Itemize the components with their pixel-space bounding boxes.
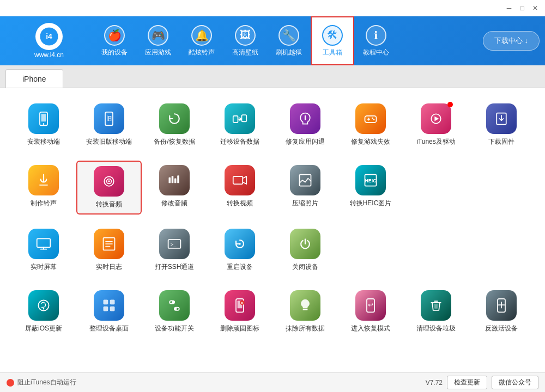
tool-item-make-ringtone[interactable]: 制作铃声 bbox=[11, 161, 76, 215]
logo-icon: i4 bbox=[39, 27, 59, 46]
tool-icon-shutdown-device bbox=[290, 229, 320, 259]
tool-item-clean-junk[interactable]: 清理设备垃圾 bbox=[403, 286, 469, 338]
wechat-button[interactable]: 微信公众号 bbox=[492, 376, 538, 389]
nav-item-jailbreak[interactable]: 🔧刷机越狱 bbox=[267, 16, 311, 65]
tool-icon-itunes-driver bbox=[421, 103, 451, 134]
tool-item-modify-audio[interactable]: 修改音频 bbox=[142, 161, 207, 215]
tool-label-erase-all: 抹除所有数据 bbox=[286, 324, 325, 333]
tool-item-convert-video[interactable]: 转换视频 bbox=[207, 161, 272, 215]
svg-point-40 bbox=[239, 243, 241, 245]
empty-cell bbox=[469, 161, 534, 215]
tool-icon-install-old-app: 旧 bbox=[94, 103, 124, 134]
tool-item-fix-game[interactable]: 修复游戏失效 bbox=[338, 99, 403, 151]
svg-rect-44 bbox=[110, 300, 115, 305]
version-text: V7.72 bbox=[426, 379, 443, 387]
tool-item-organize-desktop[interactable]: 整理设备桌面 bbox=[76, 286, 142, 338]
tool-label-install-old-app: 安装旧版移动端 bbox=[86, 137, 132, 146]
tool-icon-install-app bbox=[28, 103, 59, 134]
tool-item-block-ios-update[interactable]: 屏蔽iOS更新 bbox=[11, 286, 76, 338]
title-bar: ─ □ ✕ bbox=[0, 0, 545, 16]
tool-item-migrate-data[interactable]: 迁移设备数据 bbox=[207, 99, 272, 151]
tool-icon-delete-stubborn: × bbox=[225, 290, 255, 321]
tool-label-compress-photo: 压缩照片 bbox=[292, 199, 318, 208]
logo-area[interactable]: i4 www.i4.cn bbox=[5, 23, 93, 59]
svg-text:HEIC: HEIC bbox=[365, 178, 377, 183]
stop-itunes-text: 阻止iTunes自动运行 bbox=[17, 378, 76, 387]
tool-item-compress-photo[interactable]: 压缩照片 bbox=[272, 161, 338, 215]
nav-label-ringtone: 酷炫铃声 bbox=[189, 48, 215, 57]
tool-label-clean-junk: 清理设备垃圾 bbox=[416, 324, 456, 333]
svg-rect-3 bbox=[41, 114, 46, 121]
download-center-button[interactable]: 下载中心 ↓ bbox=[483, 31, 540, 51]
tool-label-install-app: 安装移动端 bbox=[27, 137, 60, 146]
svg-rect-24 bbox=[172, 176, 174, 183]
tool-item-convert-audio[interactable]: 转换音频 bbox=[76, 161, 142, 215]
nav-icon-ringtone: 🔔 bbox=[191, 25, 212, 46]
minimize-button[interactable]: ─ bbox=[504, 3, 514, 14]
tool-icon-fix-game bbox=[355, 103, 386, 134]
nav-icon-my-device: 🍎 bbox=[104, 25, 125, 46]
tool-item-recovery-mode[interactable]: ↩进入恢复模式 bbox=[338, 286, 403, 338]
svg-rect-23 bbox=[169, 177, 171, 183]
nav-item-my-device[interactable]: 🍎我的设备 bbox=[93, 16, 136, 65]
tool-label-itunes-driver: iTunes及驱动 bbox=[416, 137, 456, 146]
bottom-bar: 阻止iTunes自动运行 V7.72 检查更新 微信公众号 bbox=[0, 372, 545, 392]
tool-icon-device-func bbox=[159, 290, 190, 321]
tool-icon-block-ios-update bbox=[28, 290, 59, 321]
tool-item-fix-app-crash[interactable]: 修复应用闪退 bbox=[272, 99, 338, 151]
nav-item-wallpaper[interactable]: 🖼高清壁纸 bbox=[223, 16, 267, 65]
svg-rect-45 bbox=[104, 307, 108, 311]
tool-item-install-app[interactable]: 安装移动端 bbox=[11, 99, 76, 151]
tool-item-reboot-device[interactable]: 重启设备 bbox=[207, 224, 272, 276]
nav-icon-wallpaper: 🖼 bbox=[235, 25, 256, 46]
close-button[interactable]: ✕ bbox=[530, 3, 541, 14]
empty-cell bbox=[403, 161, 469, 215]
nav-item-ringtone[interactable]: 🔔酷炫铃声 bbox=[180, 16, 223, 65]
svg-point-49 bbox=[172, 301, 175, 303]
nav-icon-tutorial: ℹ bbox=[366, 25, 386, 46]
nav-item-app-game[interactable]: 🎮应用游戏 bbox=[136, 16, 180, 65]
tool-label-recovery-mode: 进入恢复模式 bbox=[351, 324, 390, 333]
header-right: 下载中心 ↓ bbox=[483, 31, 540, 51]
nav-item-toolbox[interactable]: 🛠工具箱 bbox=[311, 16, 354, 65]
tool-item-download-fw[interactable]: 下载固件 bbox=[469, 99, 534, 151]
svg-point-13 bbox=[372, 118, 373, 119]
tool-item-deactivate[interactable]: 反激活设备 bbox=[469, 286, 534, 338]
maximize-button[interactable]: □ bbox=[517, 3, 528, 14]
tool-item-delete-stubborn[interactable]: ×删除顽固图标 bbox=[207, 286, 272, 338]
tool-item-device-func[interactable]: 设备功能开关 bbox=[142, 286, 207, 338]
tool-item-open-ssh[interactable]: >_打开SSH通道 bbox=[142, 224, 207, 276]
tool-item-realtime-log[interactable]: 实时日志 bbox=[76, 224, 142, 276]
svg-text:>_: >_ bbox=[171, 242, 177, 247]
check-update-button[interactable]: 检查更新 bbox=[447, 376, 487, 389]
tool-icon-realtime-log bbox=[94, 229, 124, 259]
svg-rect-31 bbox=[37, 238, 51, 247]
svg-rect-46 bbox=[110, 307, 115, 311]
tool-item-convert-heic[interactable]: HEIC转换HEIC图片 bbox=[338, 161, 403, 215]
tab-bar: iPhone bbox=[0, 65, 545, 88]
nav-label-app-game: 应用游戏 bbox=[145, 48, 171, 57]
tool-icon-fix-app-crash bbox=[290, 103, 320, 134]
section-divider-1 bbox=[11, 220, 534, 224]
bottom-right: V7.72 检查更新 微信公众号 bbox=[426, 376, 538, 389]
svg-rect-25 bbox=[174, 179, 177, 183]
tool-icon-convert-audio bbox=[94, 166, 124, 197]
logo-circle: i4 bbox=[35, 23, 63, 50]
tool-label-device-func: 设备功能开关 bbox=[155, 324, 194, 333]
tool-icon-reboot-device bbox=[225, 229, 255, 259]
tool-item-realtime-screen[interactable]: 实时屏幕 bbox=[11, 224, 76, 276]
tool-item-shutdown-device[interactable]: 关闭设备 bbox=[272, 224, 338, 276]
tool-item-install-old-app[interactable]: 旧安装旧版移动端 bbox=[76, 99, 142, 151]
logo-url: www.i4.cn bbox=[34, 51, 64, 59]
device-tab[interactable]: iPhone bbox=[5, 69, 63, 88]
nav-item-tutorial[interactable]: ℹ教程中心 bbox=[354, 16, 398, 65]
tool-item-erase-all[interactable]: 抹除所有数据 bbox=[272, 286, 338, 338]
tool-icon-open-ssh: >_ bbox=[159, 229, 190, 259]
svg-text:×: × bbox=[241, 301, 244, 305]
tool-label-organize-desktop: 整理设备桌面 bbox=[89, 324, 129, 333]
tool-item-itunes-driver[interactable]: iTunes及驱动 bbox=[403, 99, 469, 151]
tool-label-realtime-log: 实时日志 bbox=[96, 262, 122, 272]
tool-item-backup-restore[interactable]: 备份/恢复数据 bbox=[142, 99, 207, 151]
svg-point-4 bbox=[43, 123, 45, 125]
svg-rect-43 bbox=[104, 300, 108, 305]
